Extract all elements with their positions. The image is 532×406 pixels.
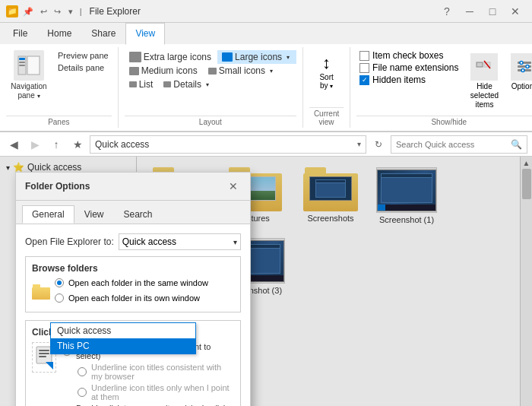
panes-buttons: Preview pane Details pane — [55, 50, 112, 73]
browse-radio-1[interactable] — [55, 278, 64, 287]
navigation-pane-button[interactable]: Navigationpane ▾ — [6, 50, 52, 100]
hidden-items-label: Hidden items — [372, 75, 426, 85]
svg-point-11 — [520, 62, 523, 65]
underline-browser-row[interactable]: Underline icon titles consistent with my… — [62, 363, 234, 381]
svg-rect-3 — [19, 62, 25, 63]
details-pane-button[interactable]: Details pane — [55, 62, 112, 73]
browse-option1[interactable]: Open each folder in the same window — [55, 278, 208, 287]
browse-radio-2[interactable] — [55, 293, 64, 303]
open-to-label: Open File Explorer to: — [25, 236, 114, 247]
app-title: File Explorer — [90, 6, 141, 17]
small-icons-button[interactable]: Small icons ▾ — [204, 64, 280, 78]
dialog-title-bar: Folder Options ✕ — [16, 173, 250, 201]
svg-marker-18 — [46, 362, 53, 370]
details-dropdown-arrow[interactable]: ▾ — [204, 79, 211, 90]
list-button[interactable]: List — [125, 78, 158, 91]
dropdown-item-quick-access[interactable]: Quick access — [51, 323, 195, 338]
tab-home[interactable]: Home — [37, 23, 81, 44]
small-dropdown-arrow[interactable]: ▾ — [268, 65, 275, 76]
panes-group: Navigationpane ▾ Preview pane Details pa… — [6, 47, 119, 128]
underline-browser-radio[interactable] — [78, 367, 87, 376]
dialog-tabs: General View Search — [16, 201, 250, 224]
preview-pane-button[interactable]: Preview pane — [55, 50, 112, 61]
tab-file[interactable]: File — [3, 23, 37, 44]
file-name-extensions-row[interactable]: File name extensions — [359, 62, 458, 73]
svg-rect-5 — [477, 62, 483, 67]
search-box[interactable]: 🔍 — [391, 135, 527, 154]
layout-items: Extra large icons Large icons ▾ Medium i… — [125, 50, 296, 91]
up-button[interactable]: ↑ — [47, 135, 65, 154]
browse-folders-section: Browse folders Open each folder in the s… — [25, 256, 241, 312]
view-checkboxes: Item check boxes File name extensions ✓ … — [356, 50, 461, 85]
current-view-content: ↕ Sortby ▾ — [309, 47, 344, 107]
search-input[interactable] — [396, 140, 508, 149]
window-controls: ? ─ □ ✕ — [436, 1, 526, 22]
folder-options-dialog: Folder Options ✕ General View Search Ope… — [15, 172, 251, 406]
tab-share[interactable]: Share — [81, 23, 125, 44]
close-button[interactable]: ✕ — [505, 1, 526, 22]
layout-label: Layout — [125, 116, 296, 128]
large-label: Large icons — [235, 52, 282, 62]
star-button[interactable]: ★ — [68, 135, 87, 154]
details-button[interactable]: Details ▾ — [159, 78, 216, 91]
file-name-extensions-checkbox[interactable] — [359, 63, 369, 73]
hide-selected-button[interactable]: Hide selecteditems — [464, 50, 504, 113]
path-text: Quick access — [95, 139, 149, 150]
path-arrow[interactable]: ▾ — [357, 140, 361, 148]
browse-option2[interactable]: Open each folder in its own window — [55, 293, 208, 303]
folder-mini-icon — [32, 284, 50, 300]
panes-group-content: Navigationpane ▾ Preview pane Details pa… — [6, 47, 112, 116]
layout-dropdown-arrow[interactable]: ▾ — [284, 52, 292, 62]
current-view-group: ↕ Sortby ▾ Current view — [309, 47, 350, 128]
title-bar-quick-access: 📌 ↩ ↪ ▾ | File Explorer — [23, 6, 436, 17]
options-icon — [511, 53, 532, 81]
tab-view[interactable]: View — [125, 23, 165, 45]
open-to-row: Open File Explorer to: Quick access ▾ — [25, 233, 241, 250]
tab-general[interactable]: General — [22, 205, 74, 224]
item-check-boxes-label: Item check boxes — [372, 50, 443, 61]
sort-by-button[interactable]: ↕ Sortby ▾ — [309, 50, 344, 93]
layout-row-2: Medium icons Small icons ▾ — [125, 64, 296, 78]
large-icons-button[interactable]: Large icons ▾ — [217, 50, 296, 64]
select-arrow-icon: ▾ — [233, 238, 237, 246]
address-bar: ◀ ▶ ↑ ★ Quick access ▾ ↻ 🔍 — [0, 132, 532, 157]
forward-button[interactable]: ▶ — [26, 135, 44, 154]
extra-large-icons-button[interactable]: Extra large icons — [125, 50, 216, 64]
svg-rect-4 — [19, 65, 25, 66]
back-button[interactable]: ◀ — [5, 135, 23, 154]
maximize-button[interactable]: □ — [482, 1, 503, 22]
item-check-boxes-row[interactable]: Item check boxes — [359, 50, 458, 61]
small-icon — [208, 68, 217, 75]
help-button[interactable]: ? — [436, 1, 458, 22]
svg-rect-15 — [39, 350, 49, 351]
show-hide-group: Item check boxes File name extensions ✓ … — [356, 47, 532, 128]
underline-point-label: Underline icon titles only when I point … — [91, 383, 234, 401]
underline-point-row[interactable]: Underline icon titles only when I point … — [62, 383, 234, 401]
tab-view[interactable]: View — [74, 205, 114, 224]
panes-label: Panes — [6, 116, 112, 128]
list-label: List — [139, 79, 154, 90]
underline-point-radio[interactable] — [78, 388, 87, 397]
tab-search[interactable]: Search — [114, 205, 163, 224]
title-bar: 📁 📌 ↩ ↪ ▾ | File Explorer ? ─ □ ✕ — [0, 0, 532, 23]
minimize-button[interactable]: ─ — [459, 1, 480, 22]
dialog-title-text: Folder Options — [25, 181, 90, 192]
open-to-dropdown-menu[interactable]: Quick access This PC — [50, 322, 196, 354]
search-icon: 🔍 — [511, 139, 522, 150]
svg-rect-1 — [27, 56, 40, 75]
hidden-items-row[interactable]: ✓ Hidden items — [359, 75, 458, 85]
open-to-select[interactable]: Quick access ▾ — [119, 233, 241, 250]
dialog-close-button[interactable]: ✕ — [226, 179, 241, 194]
medium-icons-button[interactable]: Medium icons — [125, 64, 202, 78]
layout-row-3: List Details ▾ — [125, 78, 296, 91]
browse-option1-label: Open each folder in the same window — [68, 278, 208, 287]
dropdown-item-this-pc[interactable]: This PC — [51, 338, 195, 354]
ribbon-tab-bar: File Home Share View — [0, 23, 532, 44]
options-button[interactable]: Options — [507, 50, 532, 94]
hidden-items-checkbox[interactable]: ✓ — [359, 75, 369, 85]
address-path[interactable]: Quick access ▾ — [90, 135, 366, 154]
show-hide-content: Item check boxes File name extensions ✓ … — [356, 47, 532, 116]
item-check-boxes-checkbox[interactable] — [359, 51, 369, 61]
main-content: ▾ ⭐ Quick access ♪ Music — [0, 157, 532, 406]
refresh-button[interactable]: ↻ — [369, 135, 388, 154]
